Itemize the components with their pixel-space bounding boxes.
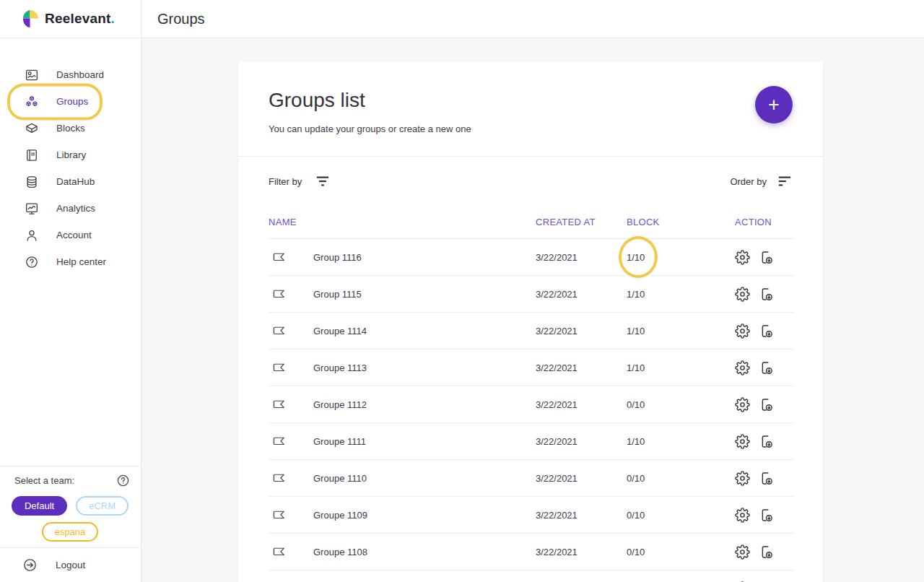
sidebar-item-blocks[interactable]: Blocks [0, 115, 141, 142]
sidebar-item-label: DataHub [56, 176, 95, 187]
table-row[interactable]: Group 1115 3/22/2021 1/10 [269, 276, 794, 313]
add-group-button[interactable]: + [755, 86, 793, 123]
order-by-label: Order by [730, 176, 767, 187]
export-group-icon[interactable] [759, 471, 775, 486]
table-row[interactable]: Groupe 1113 3/22/2021 1/10 [269, 349, 794, 386]
export-group-icon[interactable] [759, 397, 775, 412]
sidebar: Reelevant. Dashboard Groups [0, 0, 141, 582]
table-row[interactable]: Group 1116 3/22/2021 1/10 [269, 239, 794, 276]
sidebar-item-dashboard[interactable]: Dashboard [0, 61, 141, 88]
sidebar-item-label: Account [56, 230, 92, 240]
main-content: Groups list You can update your groups o… [141, 38, 924, 582]
team-pill-espana[interactable]: espana [42, 522, 99, 542]
settings-icon[interactable] [735, 471, 750, 486]
table-row[interactable]: Groupe 1110 3/22/2021 0/10 [269, 460, 794, 497]
export-group-icon[interactable] [759, 508, 775, 523]
group-tag-icon [271, 472, 287, 485]
table-row[interactable]: Groupe 1114 3/22/2021 1/10 [269, 313, 794, 349]
table-row[interactable]: Groupe 1112 3/22/2021 0/10 [269, 386, 794, 423]
sidebar-item-help-center[interactable]: Help center [0, 248, 141, 275]
table-row[interactable]: Groupe 1109 3/22/2021 0/10 [269, 497, 794, 534]
column-header-block[interactable]: BLOCK [627, 217, 735, 227]
table-header-row: NAME CREATED AT BLOCK ACTION [269, 206, 794, 239]
table-row[interactable]: Groupe 1108 3/22/2021 0/10 [269, 534, 794, 570]
order-by-button[interactable]: Order by [730, 175, 793, 188]
group-block-count: 1/10 [627, 252, 647, 263]
export-group-icon[interactable] [759, 287, 775, 302]
logout-icon [22, 557, 38, 573]
group-tag-icon [271, 251, 287, 264]
brand-name: Reelevant. [45, 11, 115, 27]
plus-icon: + [768, 94, 780, 116]
team-help-icon[interactable] [116, 474, 130, 487]
group-tag-icon [271, 361, 287, 374]
table-body: Group 1116 3/22/2021 1/10 [269, 239, 794, 582]
group-tag-icon [271, 398, 287, 411]
column-header-created-at[interactable]: CREATED AT [536, 217, 627, 227]
sort-icon [777, 175, 793, 188]
settings-icon[interactable] [735, 434, 750, 449]
filter-by-button[interactable]: Filter by [269, 175, 331, 188]
table-row-partial[interactable] [269, 570, 794, 582]
group-tag-icon [271, 287, 287, 300]
team-selector: Select a team: Default eCRM espana [0, 466, 140, 542]
group-block-count: 0/10 [627, 473, 647, 484]
group-created-at: 3/22/2021 [536, 362, 627, 373]
topbar: Groups [141, 0, 924, 38]
group-created-at: 3/22/2021 [536, 436, 627, 447]
export-group-icon[interactable] [759, 360, 775, 375]
group-created-at: 3/22/2021 [536, 326, 627, 336]
group-tag-icon [271, 508, 287, 521]
sidebar-item-account[interactable]: Account [0, 222, 141, 248]
card-header: Groups list You can update your groups o… [238, 61, 823, 157]
settings-icon[interactable] [735, 544, 750, 560]
group-created-at: 3/22/2021 [536, 399, 627, 410]
export-group-icon[interactable] [759, 434, 775, 449]
export-group-icon[interactable] [759, 250, 775, 265]
column-header-name[interactable]: NAME [269, 217, 536, 227]
settings-icon[interactable] [735, 397, 750, 412]
group-tag-icon [271, 435, 287, 448]
settings-icon[interactable] [735, 323, 750, 339]
table-row[interactable]: Groupe 1111 3/22/2021 1/10 [269, 423, 794, 460]
sidebar-item-datahub[interactable]: DataHub [0, 168, 141, 195]
group-block-count: 0/10 [627, 510, 647, 521]
blocks-icon [25, 121, 39, 136]
group-created-at: 3/22/2021 [536, 547, 627, 557]
account-icon [25, 228, 39, 243]
group-name: Groupe 1109 [313, 510, 367, 521]
groups-table: NAME CREATED AT BLOCK ACTION Group 1116 … [238, 206, 823, 582]
sidebar-item-analytics[interactable]: Analytics [0, 195, 141, 222]
settings-icon[interactable] [735, 287, 750, 302]
column-header-action: ACTION [735, 217, 794, 227]
group-created-at: 3/22/2021 [536, 510, 627, 521]
logout-label: Logout [56, 560, 85, 570]
sidebar-item-label: Analytics [56, 203, 95, 214]
filter-by-label: Filter by [269, 176, 302, 187]
sidebar-item-groups[interactable]: Groups [0, 88, 141, 115]
sidebar-item-label: Dashboard [56, 69, 104, 80]
datahub-icon [25, 175, 39, 189]
sidebar-nav: Dashboard Groups Blocks [0, 61, 141, 275]
group-name: Groupe 1114 [313, 326, 367, 336]
group-block-count: 1/10 [627, 436, 647, 447]
card-subtitle: You can update your groups or create a n… [269, 123, 793, 134]
brand-logo[interactable]: Reelevant. [0, 0, 141, 38]
settings-icon[interactable] [735, 508, 750, 523]
group-block-count: 1/10 [627, 326, 647, 336]
settings-icon[interactable] [735, 360, 750, 375]
filter-icon [315, 175, 331, 188]
groups-card: Groups list You can update your groups o… [238, 61, 823, 582]
analytics-icon [25, 201, 39, 216]
filter-order-row: Filter by Order by [238, 157, 823, 206]
team-pill-default[interactable]: Default [12, 496, 67, 516]
group-block-count: 0/10 [627, 399, 647, 410]
sidebar-item-label: Library [56, 149, 86, 160]
export-group-icon[interactable] [759, 323, 775, 339]
logout-button[interactable]: Logout [0, 547, 140, 582]
team-pill-ecrm[interactable]: eCRM [76, 496, 128, 516]
export-group-icon[interactable] [759, 544, 775, 560]
settings-icon[interactable] [735, 250, 750, 265]
sidebar-item-library[interactable]: Library [0, 142, 141, 168]
dashboard-icon [25, 68, 39, 82]
